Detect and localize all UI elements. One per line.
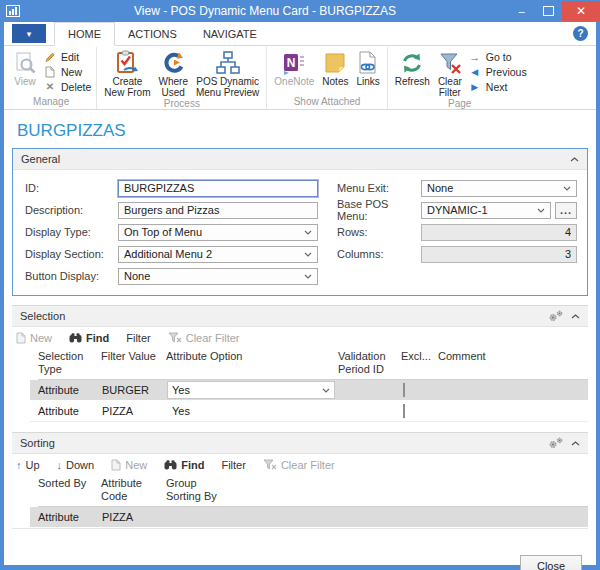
sorting-toolbar: ↑ Up ↓ Down New Find Filter Clear Filter [12,454,588,475]
where-used-button[interactable]: Where Used [154,47,191,98]
selection-filter-button[interactable]: Filter [126,332,150,344]
col-excluded[interactable]: Excl... [401,350,438,363]
minimize-button[interactable]: – [508,1,535,21]
sorting-filter-button[interactable]: Filter [221,459,245,471]
display-type-select[interactable]: On Top of Menu [118,224,318,241]
columns-field: 3 [421,246,577,263]
pos-dynamic-menu-preview-button[interactable]: POS Dynamic Menu Preview [192,47,263,98]
col-comment[interactable]: Comment [438,350,588,363]
display-section-select[interactable]: Additional Menu 2 [118,246,318,263]
selection-find-button[interactable]: Find [69,332,109,344]
sorting-new-label: New [125,459,147,471]
app-menu-button[interactable]: ▾ [12,24,46,43]
base-pos-menu-value: DYNAMIC-1 [427,204,537,216]
clipboard-check-icon [114,49,140,76]
onenote-icon: N [282,49,306,76]
description-field[interactable]: Burgers and Pizzas [118,202,318,219]
new-button[interactable]: New [43,64,91,79]
binoculars-icon [164,460,177,470]
delete-x-icon: ✕ [43,81,57,92]
view-label: View [14,76,36,87]
cell-attribute-code: PIZZA [102,511,167,523]
footer: Close [4,528,596,570]
sorting-filter-label: Filter [221,459,245,471]
notes-button[interactable]: Notes [318,47,352,87]
selection-row-2[interactable]: Attribute PIZZA Yes [30,401,588,422]
edit-button[interactable]: Edit [43,49,91,64]
assist-edit-button[interactable]: ... [555,202,577,219]
sorting-down-button[interactable]: ↓ Down [57,459,95,471]
rows-value: 4 [427,226,571,238]
cell-excluded [402,405,439,417]
sorting-up-button[interactable]: ↑ Up [16,459,40,471]
close-button[interactable]: Close [520,555,582,570]
base-pos-menu-select[interactable]: DYNAMIC-1 [421,202,551,219]
selection-header-label: Selection [20,310,65,322]
col-group-sorting-by[interactable]: GroupSorting By [166,477,588,503]
refresh-button[interactable]: Refresh [391,47,434,87]
selection-section-header[interactable]: Selection [12,305,588,327]
button-display-select[interactable]: None [118,268,318,285]
rows-label: Rows: [337,226,421,238]
col-sorted-by[interactable]: Sorted By [38,477,101,490]
col-attribute-code[interactable]: AttributeCode [101,477,166,503]
collapse-chevron-icon[interactable] [571,441,580,446]
tab-home[interactable]: HOME [54,22,115,46]
id-field[interactable]: BURGPIZZAS [118,180,318,197]
col-filter-value[interactable]: Filter Value [101,350,166,363]
col-validation-period[interactable]: ValidationPeriod ID [338,350,401,376]
tab-navigate[interactable]: NAVIGATE [190,22,270,45]
onenote-button[interactable]: N OneNote [270,47,318,87]
rows-field: 4 [421,224,577,241]
cell-filter-value: BURGER [102,384,167,396]
menu-exit-select[interactable]: None [421,180,577,197]
funnel-x-icon [263,459,277,470]
create-new-from-button[interactable]: Create New From [100,47,154,98]
view-button[interactable]: View [9,47,41,87]
delete-button[interactable]: ✕ Delete [43,79,91,94]
collapse-chevron-icon[interactable] [570,157,579,162]
goto-label: Go to [486,51,512,63]
general-fasttab: General ID: BURGPIZZAS Description: Burg… [12,148,588,296]
chevron-down-icon [537,208,545,213]
ribbon-tab-row: ▾ HOME ACTIONS NAVIGATE ? [4,22,596,46]
columns-value: 3 [427,248,571,260]
cell-excluded [402,384,439,396]
general-header[interactable]: General [13,149,587,170]
onenote-label: OneNote [274,76,314,87]
sorting-row-1[interactable]: Attribute PIZZA [30,507,588,528]
selection-table-header: SelectionType Filter Value Attribute Opt… [38,348,588,380]
excluded-checkbox[interactable] [403,383,405,397]
attribute-option-dropdown[interactable]: Yes [167,381,335,399]
collapse-chevron-icon[interactable] [571,314,580,319]
sorting-find-button[interactable]: Find [164,459,204,471]
sorting-new-button[interactable]: New [111,459,147,471]
selection-row-1[interactable]: Attribute BURGER Yes [30,380,588,401]
sorting-section-header[interactable]: Sorting [12,432,588,454]
sorting-clear-filter-button[interactable]: Clear Filter [263,459,335,471]
settings-gears-icon[interactable] [548,310,564,322]
view-icon [13,49,37,76]
close-window-button[interactable]: ✕ [562,1,600,21]
tab-actions[interactable]: ACTIONS [115,22,190,45]
previous-button[interactable]: ◀ Previous [468,64,527,79]
settings-gears-icon[interactable] [548,437,564,449]
col-attribute-option[interactable]: Attribute Option [166,350,338,363]
excluded-checkbox[interactable] [403,404,405,418]
sorting-find-label: Find [181,459,204,471]
selection-clear-filter-button[interactable]: Clear Filter [168,332,240,344]
edit-label: Edit [61,51,79,63]
title-bar: View - POS Dynamic Menu Card - BURGPIZZA… [0,0,600,22]
new-page-icon [111,459,121,471]
up-arrow-icon: ↑ [16,459,22,471]
links-button[interactable]: Links [352,47,383,87]
next-button[interactable]: ▶ Next [468,79,527,94]
selection-new-button[interactable]: New [16,332,52,344]
col-selection-type[interactable]: SelectionType [38,350,101,376]
goto-button[interactable]: → Go to [468,49,527,64]
sorting-down-label: Down [66,459,94,471]
refresh-label: Refresh [395,76,430,87]
clear-filter-button[interactable]: Clear Filter [434,47,466,98]
help-button[interactable]: ? [573,26,588,41]
maximize-button[interactable] [535,1,562,21]
